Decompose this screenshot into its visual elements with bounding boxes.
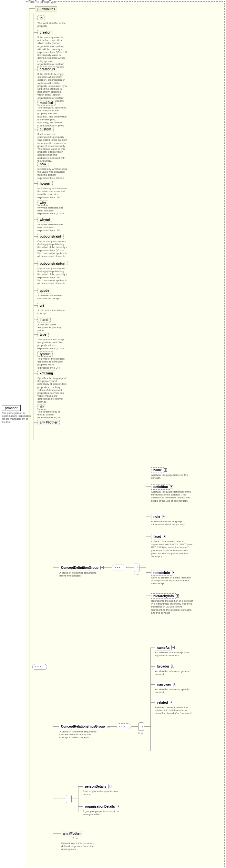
attr-why-box[interactable]: why [37,200,48,206]
attr-whyuri: whyuriWhy the metadata has been included… [37,217,67,232]
connector [29,667,32,667]
attr-pubconstraint-desc: One or many constraints that apply to pu… [37,240,67,257]
any-attribute[interactable]: any ##other [37,420,60,425]
connector [47,667,53,667]
expand-icon[interactable]: + [108,785,111,788]
expand-icon[interactable]: + [172,571,175,574]
elem-related-label: related [157,701,168,704]
connector [34,264,37,264]
concept-relationships-group[interactable]: ConceptRelationshipsGroup− [59,724,107,729]
elem-persondetails: personDetails+A set of properties specif… [83,784,121,796]
elem-related-box[interactable]: related+ [155,700,170,705]
elem-remoteinfo-desc: A link to an item or a web resource whic… [151,576,193,585]
choice-icon[interactable] [134,564,139,572]
connector [29,8,35,9]
attributes-header[interactable]: −attributes [35,6,57,12]
attr-dir-desc: The directionality of textual content (e… [37,410,67,419]
attr-pubconstrainturi-box[interactable]: pubconstrainturi [37,261,67,266]
attr-creator-box[interactable]: creator [37,30,53,35]
attr-qcode-box[interactable]: qcode [37,288,51,293]
attr-custom-box[interactable]: custom [37,127,54,132]
attr-xmllang-box[interactable]: xml:lang [37,371,55,376]
elem-name-box[interactable]: name+ [151,467,164,473]
elem-sameas-box[interactable]: sameAs+ [155,645,172,650]
attr-literal: literalA free-text value assigned as pro… [37,317,67,332]
connector [53,726,59,726]
connector [78,786,83,787]
attr-uri-box[interactable]: uri [37,303,46,308]
provider-element[interactable]: provider [2,405,21,411]
elem-hierarchyinfo: hierarchyInfo+Represents the position of… [151,593,193,614]
connector [146,595,151,596]
elem-name-desc: A natural language name for the concept. [151,473,193,479]
connector [34,13,34,440]
expand-icon[interactable]: + [175,594,179,597]
attr-howuri-box[interactable]: howuri [37,181,53,186]
attr-how-box[interactable]: how [37,161,49,167]
expand-icon[interactable]: + [173,683,176,686]
expand-icon[interactable]: + [162,515,165,518]
elem-organisationdetails-box[interactable]: organisationDetails+ [83,804,117,809]
expand-icon[interactable]: + [170,701,173,704]
connector [34,373,37,373]
elem-note-box[interactable]: note+ [151,514,162,519]
elem-note-label: note [153,515,160,519]
elem-name-label: name [153,468,162,472]
elem-remoteinfo-box[interactable]: remoteInfo+ [151,570,172,576]
elem-broader-box[interactable]: broader+ [155,664,171,669]
elem-definition-box[interactable]: definition+ [151,484,170,490]
elem-broader-label: broader [157,664,169,668]
sequence-icon[interactable] [112,565,127,570]
connector [127,567,134,568]
collapse-icon[interactable]: − [37,8,40,11]
connector [108,726,116,726]
attr-custom-desc: If set to true the corresponding propert… [37,133,67,162]
elem-definition-label: definition [153,485,168,489]
attr-whyuri-box[interactable]: whyuri [37,217,52,222]
attr-literal-box[interactable]: literal [37,317,51,322]
connector [34,305,37,306]
expand-icon[interactable]: + [171,664,174,668]
attr-xmllang-desc: Specifies the language of this property … [37,377,67,403]
attr-pubconstrainturi-desc: One or many constraints that apply to pu… [37,267,67,285]
attr-type: typeThe type of the concept assigned as … [37,332,67,350]
attr-typeuri-box[interactable]: typeuri [37,351,53,357]
attr-id-desc: The local identifier of the property. [37,22,67,27]
connector [34,334,37,335]
attr-dir-box[interactable]: dir [37,404,46,410]
connector [34,354,37,354]
any-label: any [40,421,45,424]
elem-broader: broader+An identifier of a more generic … [155,664,197,676]
elem-hierarchyinfo-box[interactable]: hierarchyInfo+ [151,593,176,599]
sequence-icon[interactable] [32,664,47,670]
attr-qcode: qcodeA qualified code which identifies a… [37,288,67,300]
attr-whyuri-desc: Why the metadata has been included - exp… [37,223,67,232]
expand-icon[interactable]: + [117,805,120,808]
expand-icon[interactable]: + [163,535,166,538]
choice-icon[interactable] [66,795,72,803]
attr-pubconstraint-box[interactable]: pubconstraint [37,234,64,239]
connector [34,18,37,19]
elem-sameas: sameAs+An identifier of a concept with e… [155,645,197,657]
attr-creatoruri-box[interactable]: creatoruri [37,66,57,72]
connector [53,799,66,799]
attr-modified-box[interactable]: modified [37,100,56,105]
expand-icon[interactable]: + [164,468,167,472]
attr-type-box[interactable]: type [37,332,49,337]
elem-narrower-box[interactable]: narrower+ [155,682,173,687]
expand-icon[interactable]: + [170,485,173,488]
elem-sameas-label: sameAs [157,646,169,649]
expand-icon[interactable]: + [171,646,175,649]
attr-id-box[interactable]: id [37,16,45,21]
connector [34,183,37,184]
any-element[interactable]: any ##other [61,831,83,836]
attr-uri: uriA URI which identifies a concept. [37,303,67,315]
choice-icon[interactable] [138,722,144,731]
elem-persondetails-box[interactable]: personDetails+ [83,784,108,789]
sequence-icon[interactable] [116,723,131,729]
elem-narrower-desc: An identifier of a more specific concept… [155,688,197,694]
elem-facet-box[interactable]: facet+ [151,534,163,539]
concept-definition-group[interactable]: ConceptDefinitionGroup− [59,565,101,570]
elem-persondetails-desc: A set of properties specific to a person [83,790,121,796]
connector [34,290,37,291]
